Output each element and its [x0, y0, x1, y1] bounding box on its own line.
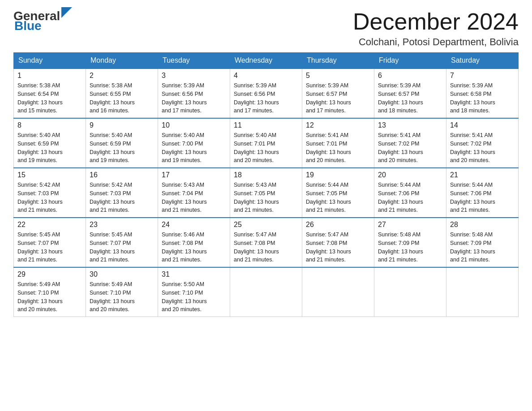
day-number: 28 [450, 221, 515, 229]
day-info: Sunrise: 5:50 AM Sunset: 7:10 PM Dayligh… [162, 280, 226, 314]
calendar-cell: 15 Sunrise: 5:42 AM Sunset: 7:03 PM Dayl… [14, 168, 86, 218]
day-info: Sunrise: 5:42 AM Sunset: 7:03 PM Dayligh… [17, 181, 82, 214]
header-sunday: Sunday [14, 53, 86, 69]
day-info: Sunrise: 5:39 AM Sunset: 6:58 PM Dayligh… [450, 81, 515, 115]
header-friday: Friday [374, 53, 446, 69]
day-number: 3 [162, 72, 226, 80]
calendar-cell: 20 Sunrise: 5:44 AM Sunset: 7:06 PM Dayl… [374, 168, 446, 218]
day-info: Sunrise: 5:43 AM Sunset: 7:05 PM Dayligh… [234, 181, 298, 214]
header-saturday: Saturday [446, 53, 519, 69]
month-title: December 2024 [353, 9, 519, 34]
title-area: December 2024 Colchani, Potosi Departmen… [353, 9, 519, 48]
day-info: Sunrise: 5:40 AM Sunset: 6:59 PM Dayligh… [90, 131, 154, 165]
calendar-cell [230, 267, 302, 317]
day-number: 16 [90, 171, 154, 179]
weekday-header-row: Sunday Monday Tuesday Wednesday Thursday… [14, 53, 519, 69]
day-number: 10 [162, 121, 226, 129]
day-info: Sunrise: 5:40 AM Sunset: 6:59 PM Dayligh… [17, 131, 82, 165]
day-number: 31 [162, 270, 226, 278]
page-header: General Blue December 2024 Colchani, Pot… [13, 9, 519, 48]
calendar-cell: 4 Sunrise: 5:39 AM Sunset: 6:56 PM Dayli… [230, 68, 302, 118]
calendar-week-row: 1 Sunrise: 5:38 AM Sunset: 6:54 PM Dayli… [14, 68, 519, 118]
calendar-cell: 8 Sunrise: 5:40 AM Sunset: 6:59 PM Dayli… [14, 118, 86, 168]
calendar-cell: 11 Sunrise: 5:40 AM Sunset: 7:01 PM Dayl… [230, 118, 302, 168]
day-info: Sunrise: 5:48 AM Sunset: 7:09 PM Dayligh… [378, 231, 442, 264]
logo-area: General Blue [13, 9, 71, 33]
day-info: Sunrise: 5:46 AM Sunset: 7:08 PM Dayligh… [162, 231, 226, 264]
day-number: 13 [378, 121, 442, 129]
day-number: 24 [162, 221, 226, 229]
calendar-cell: 3 Sunrise: 5:39 AM Sunset: 6:56 PM Dayli… [158, 68, 230, 118]
day-info: Sunrise: 5:38 AM Sunset: 6:54 PM Dayligh… [17, 81, 82, 115]
day-info: Sunrise: 5:48 AM Sunset: 7:09 PM Dayligh… [450, 231, 515, 264]
calendar-header: Sunday Monday Tuesday Wednesday Thursday… [14, 53, 519, 69]
day-number: 7 [450, 72, 515, 80]
day-number: 17 [162, 171, 226, 179]
day-info: Sunrise: 5:41 AM Sunset: 7:02 PM Dayligh… [378, 131, 442, 165]
calendar-cell: 21 Sunrise: 5:44 AM Sunset: 7:06 PM Dayl… [446, 168, 519, 218]
day-number: 18 [234, 171, 298, 179]
day-number: 14 [450, 121, 515, 129]
day-info: Sunrise: 5:39 AM Sunset: 6:57 PM Dayligh… [378, 81, 442, 115]
day-number: 27 [378, 221, 442, 229]
calendar-week-row: 15 Sunrise: 5:42 AM Sunset: 7:03 PM Dayl… [14, 168, 519, 218]
calendar-cell: 22 Sunrise: 5:45 AM Sunset: 7:07 PM Dayl… [14, 218, 86, 267]
day-info: Sunrise: 5:43 AM Sunset: 7:04 PM Dayligh… [162, 181, 226, 214]
day-number: 29 [17, 270, 82, 278]
day-number: 19 [306, 171, 370, 179]
day-number: 9 [90, 121, 154, 129]
day-number: 11 [234, 121, 298, 129]
calendar-cell: 31 Sunrise: 5:50 AM Sunset: 7:10 PM Dayl… [158, 267, 230, 317]
logo-triangle-icon [61, 7, 72, 18]
day-info: Sunrise: 5:45 AM Sunset: 7:07 PM Dayligh… [17, 231, 82, 264]
day-number: 26 [306, 221, 370, 229]
day-number: 6 [378, 72, 442, 80]
day-info: Sunrise: 5:44 AM Sunset: 7:05 PM Dayligh… [306, 181, 370, 214]
day-number: 5 [306, 72, 370, 80]
header-thursday: Thursday [302, 53, 374, 69]
calendar-cell: 16 Sunrise: 5:42 AM Sunset: 7:03 PM Dayl… [86, 168, 158, 218]
calendar-cell: 23 Sunrise: 5:45 AM Sunset: 7:07 PM Dayl… [86, 218, 158, 267]
logo-blue-text: Blue [14, 19, 42, 33]
header-tuesday: Tuesday [158, 53, 230, 69]
day-info: Sunrise: 5:44 AM Sunset: 7:06 PM Dayligh… [450, 181, 515, 214]
day-info: Sunrise: 5:49 AM Sunset: 7:10 PM Dayligh… [17, 280, 82, 314]
day-info: Sunrise: 5:40 AM Sunset: 7:00 PM Dayligh… [162, 131, 226, 165]
calendar-cell: 30 Sunrise: 5:49 AM Sunset: 7:10 PM Dayl… [86, 267, 158, 317]
day-info: Sunrise: 5:39 AM Sunset: 6:56 PM Dayligh… [162, 81, 226, 115]
calendar-cell [302, 267, 374, 317]
day-info: Sunrise: 5:39 AM Sunset: 6:57 PM Dayligh… [306, 81, 370, 115]
calendar-cell: 9 Sunrise: 5:40 AM Sunset: 6:59 PM Dayli… [86, 118, 158, 168]
calendar-cell: 26 Sunrise: 5:47 AM Sunset: 7:08 PM Dayl… [302, 218, 374, 267]
calendar-week-row: 8 Sunrise: 5:40 AM Sunset: 6:59 PM Dayli… [14, 118, 519, 168]
calendar-week-row: 29 Sunrise: 5:49 AM Sunset: 7:10 PM Dayl… [14, 267, 519, 317]
day-number: 12 [306, 121, 370, 129]
day-info: Sunrise: 5:39 AM Sunset: 6:56 PM Dayligh… [234, 81, 298, 115]
day-number: 20 [378, 171, 442, 179]
calendar-cell: 24 Sunrise: 5:46 AM Sunset: 7:08 PM Dayl… [158, 218, 230, 267]
day-info: Sunrise: 5:47 AM Sunset: 7:08 PM Dayligh… [306, 231, 370, 264]
day-number: 23 [90, 221, 154, 229]
calendar-cell: 29 Sunrise: 5:49 AM Sunset: 7:10 PM Dayl… [14, 267, 86, 317]
calendar-cell: 14 Sunrise: 5:41 AM Sunset: 7:02 PM Dayl… [446, 118, 519, 168]
day-info: Sunrise: 5:38 AM Sunset: 6:55 PM Dayligh… [90, 81, 154, 115]
day-info: Sunrise: 5:42 AM Sunset: 7:03 PM Dayligh… [90, 181, 154, 214]
day-number: 22 [17, 221, 82, 229]
calendar-table: Sunday Monday Tuesday Wednesday Thursday… [13, 52, 519, 317]
day-info: Sunrise: 5:45 AM Sunset: 7:07 PM Dayligh… [90, 231, 154, 264]
day-number: 30 [90, 270, 154, 278]
location-title: Colchani, Potosi Department, Bolivia [353, 36, 519, 48]
calendar-body: 1 Sunrise: 5:38 AM Sunset: 6:54 PM Dayli… [14, 68, 519, 317]
day-number: 8 [17, 121, 82, 129]
calendar-cell: 13 Sunrise: 5:41 AM Sunset: 7:02 PM Dayl… [374, 118, 446, 168]
calendar-cell: 12 Sunrise: 5:41 AM Sunset: 7:01 PM Dayl… [302, 118, 374, 168]
calendar-cell: 5 Sunrise: 5:39 AM Sunset: 6:57 PM Dayli… [302, 68, 374, 118]
calendar-cell [374, 267, 446, 317]
calendar-cell: 27 Sunrise: 5:48 AM Sunset: 7:09 PM Dayl… [374, 218, 446, 267]
calendar-cell: 1 Sunrise: 5:38 AM Sunset: 6:54 PM Dayli… [14, 68, 86, 118]
day-info: Sunrise: 5:41 AM Sunset: 7:01 PM Dayligh… [306, 131, 370, 165]
day-info: Sunrise: 5:49 AM Sunset: 7:10 PM Dayligh… [90, 280, 154, 314]
day-number: 4 [234, 72, 298, 80]
calendar-cell: 2 Sunrise: 5:38 AM Sunset: 6:55 PM Dayli… [86, 68, 158, 118]
calendar-cell: 25 Sunrise: 5:47 AM Sunset: 7:08 PM Dayl… [230, 218, 302, 267]
